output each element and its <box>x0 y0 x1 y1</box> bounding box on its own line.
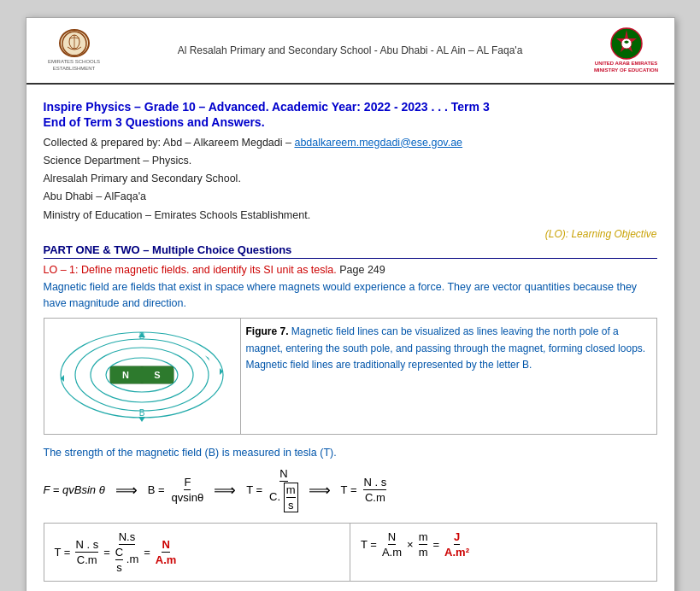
arrow-3: ⟹ <box>309 481 331 500</box>
left-frac2-suffix: .m <box>126 553 138 565</box>
location-line: Abu Dhabi – AlFaqa'a <box>44 188 657 206</box>
collected-by: Collected & prepared by: Abd – Alkareem … <box>44 134 657 152</box>
school-logo-text: EMIRATES SCHOOLS ESTABLISHMENT <box>40 59 109 71</box>
left-frac3: N A.m <box>156 538 177 566</box>
right-frac1: N A.m <box>382 530 402 559</box>
figure-description: Magnetic field lines can be visualized a… <box>246 325 646 370</box>
right-t-label: T = <box>361 538 377 551</box>
school-emblem <box>59 29 90 58</box>
bottom-formula-left: T = N . s C.m = N.s C s .m <box>44 524 351 581</box>
email-link[interactable]: abdalkareem.megdadi@ese.gov.ae <box>294 137 462 149</box>
formula-row: F = qvBsin θ ⟹ B = F qvsinθ ⟹ T = N C. m… <box>44 467 657 512</box>
right-frac2: m m <box>419 530 428 559</box>
svg-marker-20 <box>138 417 145 422</box>
figure-text-cell: Figure 7. Magnetic field lines can be vi… <box>240 319 656 435</box>
formula-b-fraction: F qvsinθ <box>172 476 204 504</box>
left-formula-display: T = N . s C.m = N.s C s .m <box>55 530 340 574</box>
school-line: Alresalah Primary and Secondary School. <box>44 170 657 188</box>
strength-description: The strength of the magnetic field (B) i… <box>44 447 657 459</box>
bottom-formula-right: T = N A.m × m m = J A.m² <box>350 524 656 581</box>
ministry-line: Ministry of Education – Emirates Schools… <box>44 207 657 225</box>
info-block: Collected & prepared by: Abd – Alkareem … <box>44 134 657 225</box>
formula-t1-fraction: N C. m s <box>269 467 297 512</box>
department-line: Science Department – Physics. <box>44 152 657 170</box>
lo-label: (LO): Learning Objective <box>44 228 657 240</box>
svg-text:B: B <box>139 408 145 418</box>
arrow-1: ⟹ <box>115 481 138 500</box>
right-frac3: J A.m² <box>444 530 469 559</box>
left-frac1: N . s C.m <box>75 538 98 566</box>
left-frac2: N.s C s .m <box>115 530 138 574</box>
right-frac3-den: A.m² <box>444 546 469 559</box>
page-reference: Page 249 <box>339 264 385 276</box>
inner-fraction: m s <box>284 483 298 512</box>
figure-image-cell: N S B B <box>44 319 240 435</box>
svg-marker-10 <box>205 355 210 363</box>
header-school-name: Al Resalah Primary and Secondary School … <box>109 44 592 56</box>
svg-text:N: N <box>122 370 129 380</box>
document-title-line1: Inspire Physics – Grade 10 – Advanced. A… <box>44 100 657 114</box>
uae-ministry-text: UNITED ARAB EMIRATES MINISTRY OF EDUCATI… <box>594 61 658 74</box>
uae-logo-area: UNITED ARAB EMIRATES MINISTRY OF EDUCATI… <box>592 26 661 74</box>
bottom-formulas-box: T = N . s C.m = N.s C s .m <box>44 523 657 582</box>
left-frac2-den-num: C <box>115 546 123 560</box>
formula-t2-fraction: N . s C.m <box>363 476 386 504</box>
lo-definition-line: LO – 1: Define magnetic fields. and iden… <box>44 264 657 276</box>
figure-label: Figure 7. <box>246 325 289 337</box>
left-inner-frac: C s <box>115 546 123 574</box>
formula-f-qvbsin: F = qvBsin θ <box>44 483 105 496</box>
magnetic-field-description: Magnetic field are fields that exist in … <box>44 279 657 312</box>
left-logo: EMIRATES SCHOOLS ESTABLISHMENT <box>40 29 109 72</box>
svg-text:S: S <box>154 370 160 380</box>
figure-table: N S B B Figure 7. Magnet <box>44 318 657 435</box>
right-eq: = <box>432 538 439 551</box>
left-frac2-den-den: s <box>116 560 122 574</box>
uae-emblem-icon <box>609 26 644 61</box>
right-mult: × <box>407 538 414 551</box>
left-eq1: = <box>103 546 110 559</box>
document-title-line2: End of Term 3 Questions and Answers. <box>44 115 657 129</box>
formula-t1-label: T = <box>246 483 262 496</box>
formula-b-label: B = <box>148 483 165 496</box>
arrow-2: ⟹ <box>214 481 236 500</box>
page-container: EMIRATES SCHOOLS ESTABLISHMENT Al Resala… <box>26 17 675 591</box>
section-header: PART ONE & TWO – Multiple Choice Questio… <box>44 243 657 259</box>
left-t-label: T = <box>55 546 71 559</box>
formula-t2-label: T = <box>341 483 357 496</box>
main-content: Inspire Physics – Grade 10 – Advanced. A… <box>26 93 674 591</box>
left-eq2: = <box>144 546 150 559</box>
page-header: EMIRATES SCHOOLS ESTABLISHMENT Al Resala… <box>26 18 674 85</box>
magnet-diagram-icon: N S B B <box>52 324 232 426</box>
right-formula-display: T = N A.m × m m = J A.m² <box>361 530 646 559</box>
